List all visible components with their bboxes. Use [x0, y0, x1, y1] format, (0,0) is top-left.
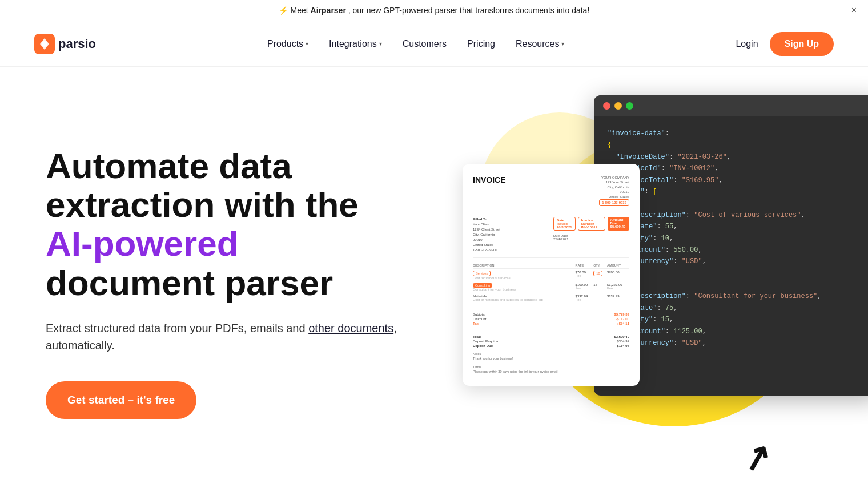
phone-highlighted: 1-800-123-9932 — [599, 199, 629, 206]
amount-due-badge: Amount Due$5,699.40 — [608, 217, 629, 231]
invoice-number-badge: Invoice NumberINV-10012 — [578, 217, 605, 231]
invoice-notes: Notes Thank you for your business! Terms… — [473, 352, 629, 374]
nav-products[interactable]: Products ▾ — [267, 39, 308, 49]
header: parsio Products ▾ Integrations ▾ Custome… — [0, 21, 868, 67]
nav-pricing[interactable]: Pricing — [467, 39, 495, 49]
announcement-text-after: , our new GPT-powered parser that transf… — [348, 6, 590, 15]
logo-text: parsio — [58, 37, 96, 51]
window-dot-green — [626, 102, 633, 110]
other-documents-link[interactable]: other documents — [308, 322, 393, 334]
nav-customers[interactable]: Customers — [403, 39, 447, 49]
hero-highlight: AI-powered — [46, 224, 239, 263]
nav-resources[interactable]: Resources ▾ — [516, 39, 564, 49]
billed-to: Billed To Your Client 1234 Client Street… — [473, 217, 549, 253]
announcement-bar: ⚡ Meet Airparser , our new GPT-powered p… — [0, 0, 868, 21]
announcement-emoji: ⚡ — [279, 6, 288, 15]
login-button[interactable]: Login — [736, 39, 758, 49]
table-row: Consulting Consultant for your business … — [473, 281, 629, 293]
nav-integrations[interactable]: Integrations ▾ — [329, 39, 382, 49]
chevron-down-icon: ▾ — [306, 41, 308, 47]
date-issued-badge: Date Issued26/3/2021 — [553, 217, 576, 231]
table-row: MaterialsCost of materials and supplies … — [473, 293, 629, 303]
chevron-down-icon: ▾ — [379, 41, 382, 47]
window-dot-yellow — [614, 102, 622, 110]
announcement-link[interactable]: Airparser — [311, 6, 346, 15]
invoice-card: INVOICE YOUR COMPANY 123 Your Street Cit… — [463, 164, 640, 386]
consulting-badge: Consulting — [473, 283, 492, 288]
invoice-title: INVOICE — [473, 175, 506, 206]
svg-point-1 — [42, 41, 47, 47]
hero-section: Automate data extraction with the AI-pow… — [0, 67, 868, 488]
hero-title: Automate data extraction with the AI-pow… — [46, 147, 434, 303]
logo-icon — [34, 34, 55, 54]
cta-button[interactable]: Get started – it's free — [46, 381, 196, 419]
announcement-close-button[interactable]: × — [851, 5, 857, 15]
chevron-down-icon: ▾ — [561, 41, 564, 47]
company-info: YOUR COMPANY 123 Your Street City, Calif… — [599, 175, 629, 206]
window-dot-red — [603, 102, 610, 110]
invoice-table: DESCRIPTION RATE QTY AMOUNT Services Cos… — [473, 263, 629, 303]
due-date: Due Date 25/4/2021 — [553, 234, 629, 241]
announcement-text-before: Meet — [291, 6, 311, 15]
signup-button[interactable]: Sign Up — [770, 32, 834, 56]
hero-right: INVOICE YOUR COMPANY 123 Your Street Cit… — [445, 95, 868, 488]
table-row: Services Cost for various services $70.0… — [473, 269, 629, 282]
service-badge: Services — [473, 271, 491, 276]
logo[interactable]: parsio — [34, 34, 96, 54]
hero-left: Automate data extraction with the AI-pow… — [46, 112, 434, 419]
main-nav: Products ▾ Integrations ▾ Customers Pric… — [267, 39, 565, 49]
invoice-meta: Date Issued26/3/2021 Invoice NumberINV-1… — [553, 217, 629, 231]
hero-subtitle: Extract structured data from your PDFs, … — [46, 320, 434, 354]
arrow-decoration: ↗ — [738, 435, 775, 481]
code-window-bar — [594, 95, 868, 116]
header-right: Login Sign Up — [736, 32, 834, 56]
invoice-totals: Subtotal $3,779.39 Discount -$117.00 Tax… — [473, 313, 629, 348]
